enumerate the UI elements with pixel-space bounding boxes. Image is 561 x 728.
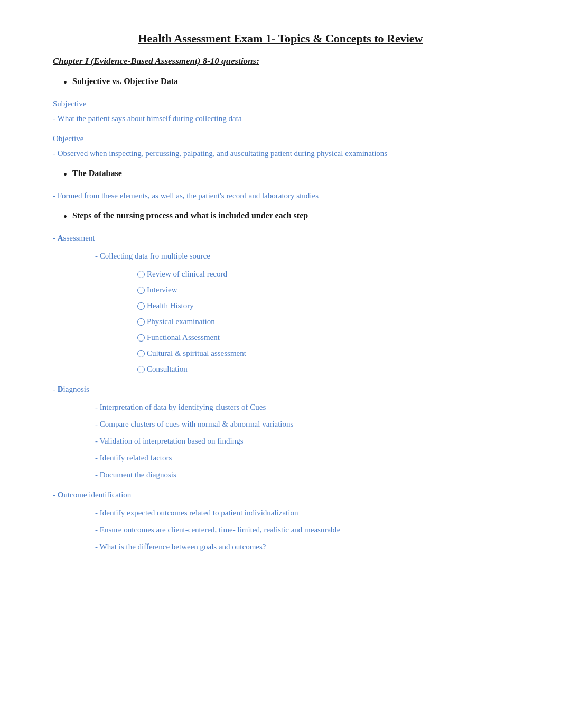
list-item: - Identify expected outcomes related to … [95, 506, 508, 519]
list-item: - What is the difference between goals a… [95, 540, 508, 553]
circle-icon-2 [137, 287, 145, 294]
bullet-3-label: Steps of the nursing process and what is… [72, 209, 308, 222]
list-item: Functional Assessment [137, 331, 508, 344]
bullet-2-dot: • [63, 167, 67, 182]
bullet-3-item: • Steps of the nursing process and what … [63, 209, 508, 224]
circle-icon-3 [137, 302, 145, 310]
diagnosis-line: - Diagnosis [53, 383, 508, 395]
objective-label: Objective [53, 132, 508, 145]
chapter-heading: Chapter I (Evidence-Based Assessment) 8-… [53, 56, 508, 67]
bullet-1-item: • Subjective vs. Objective Data [63, 75, 508, 90]
circle-icon-6 [137, 350, 145, 357]
list-item: - Compare clusters of cues with normal &… [95, 418, 508, 430]
collecting-data-line: - Collecting data fro multiple source [95, 250, 508, 262]
database-desc: - Formed from these elements, as well as… [53, 189, 508, 202]
circle-icon-7 [137, 366, 145, 373]
sub-items-list: Review of clinical record Interview Heal… [53, 268, 508, 375]
bullet-3-dot: • [63, 209, 67, 224]
list-item: Cultural & spiritual assessment [137, 347, 508, 360]
assessment-line: - Assessment [53, 232, 508, 244]
bullet-1-dot: • [63, 75, 67, 90]
circle-icon-4 [137, 318, 145, 326]
bullet-2-label: The Database [72, 167, 122, 180]
assessment-bold-A: A [58, 234, 63, 242]
page-title: Health Assessment Exam 1- Topics & Conce… [53, 32, 508, 45]
list-item: Interview [137, 283, 508, 296]
list-item: - Ensure outcomes are client-centered, t… [95, 523, 508, 536]
list-item: Consultation [137, 363, 508, 375]
subjective-desc: - What the patient says about himself du… [53, 112, 508, 125]
circle-icon-1 [137, 271, 145, 278]
list-item: Health History [137, 299, 508, 312]
list-item: Review of clinical record [137, 268, 508, 280]
diagnosis-bold-D: D [58, 385, 63, 393]
bullet-2-item: • The Database [63, 167, 508, 182]
list-item: - Validation of interpretation based on … [95, 435, 508, 447]
list-item: - Document the diagnosis [95, 468, 508, 481]
list-item: Physical examination [137, 315, 508, 328]
subjective-label: Subjective [53, 97, 508, 110]
objective-desc: - Observed when inspecting, percussing, … [53, 147, 508, 160]
list-item: - Interpretation of data by identifying … [95, 401, 508, 413]
outcome-bold-O: O [58, 491, 64, 499]
outcome-line: - Outcome identification [53, 489, 508, 501]
outcome-items-list: - Identify expected outcomes related to … [53, 506, 508, 553]
bullet-1-label: Subjective vs. Objective Data [72, 75, 178, 88]
diagnosis-items-list: - Interpretation of data by identifying … [53, 401, 508, 481]
circle-icon-5 [137, 334, 145, 342]
list-item: - Identify related factors [95, 451, 508, 464]
